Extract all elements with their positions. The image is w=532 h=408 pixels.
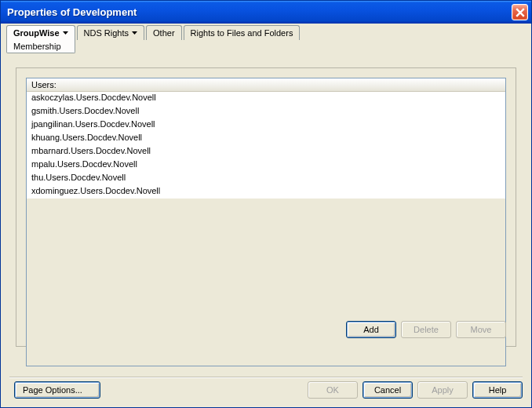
tab-groupwise[interactable]: GroupWise [6,25,75,40]
list-actions: Add Delete Move [346,321,506,338]
help-button[interactable]: Help [472,381,523,399]
close-button[interactable] [512,4,528,20]
tab-strip: GroupWise Membership NDS Rights Other [3,24,529,53]
list-item[interactable]: jpangilinan.Users.Docdev.Novell [27,118,505,132]
list-item[interactable]: askoczylas.Users.Docdev.Novell [27,92,505,105]
tab-rights-files-label: Rights to Files and Folders [191,28,293,38]
list-item[interactable]: xdominguez.Users.Docdev.Novell [27,185,505,199]
cancel-button[interactable]: Cancel [363,381,413,399]
bottom-bar: Page Options... OK Cancel Apply Help [9,380,523,400]
tab-rights-files[interactable]: Rights to Files and Folders [184,25,301,40]
list-item[interactable]: mbarnard.Users.Docdev.Novell [27,145,505,158]
tab-groupwise-sub[interactable]: Membership [6,40,75,53]
list-item[interactable]: gsmith.Users.Docdev.Novell [27,105,505,118]
separator [9,377,523,378]
users-list-body: askoczylas.Users.Docdev.Novellgsmith.Use… [27,92,505,199]
page-options-button[interactable]: Page Options... [14,381,100,399]
close-icon [516,8,525,17]
users-list-header: Users: [27,78,505,92]
list-item[interactable]: mpalu.Users.Docdev.Novell [27,158,505,172]
list-item[interactable]: thu.Users.Docdev.Novell [27,172,505,185]
tab-groupwise-label: GroupWise [13,28,60,38]
add-button[interactable]: Add [346,321,396,338]
window-title: Properties of Development [7,6,512,18]
tab-nds-rights-label: NDS Rights [84,28,129,38]
tab-nds-rights[interactable]: NDS Rights [77,25,144,40]
list-item[interactable]: khuang.Users.Docdev.Novell [27,132,505,145]
users-groupbox: Users: askoczylas.Users.Docdev.Novellgsm… [16,67,516,347]
tab-other[interactable]: Other [146,25,182,40]
tab-groupwise-sub-label: Membership [13,42,61,51]
title-bar: Properties of Development [1,1,531,24]
ok-button: OK [308,381,358,399]
chevron-down-icon [132,31,137,35]
apply-button: Apply [417,381,468,399]
chevron-down-icon [63,31,68,35]
move-button: Move [456,321,506,338]
delete-button: Delete [401,321,451,338]
client-area: GroupWise Membership NDS Rights Other [3,24,529,405]
tab-other-label: Other [153,28,175,38]
